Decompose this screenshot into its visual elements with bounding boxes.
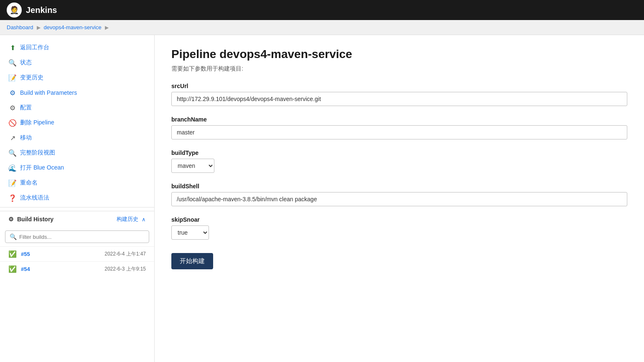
main-layout: ⬆ 返回工作台 🔍 状态 📝 变更历史 ⚙ Build with Paramet… (0, 35, 644, 362)
sidebar-label-rename: 重命名 (20, 179, 38, 187)
sidebar-label-delete-pipeline: 删除 Pipeline (20, 119, 54, 127)
page-subtitle: 需要如下参数用于构建项目: (171, 65, 627, 73)
build-history-label-zh: 构建历史 (117, 215, 138, 223)
sidebar-item-full-stage-view[interactable]: 🔍 完整阶段视图 (0, 145, 154, 160)
breadcrumb-sep-1: ▶ (37, 25, 41, 30)
sidebar-label-pipeline-syntax: 流水线语法 (20, 194, 49, 202)
main-content: Pipeline devops4-maven-service 需要如下参数用于构… (155, 35, 644, 362)
select-buildType[interactable]: maven gradle npm (171, 159, 214, 173)
build-history-left: ⚙ Build History (8, 216, 53, 223)
sidebar-label-configure: 配置 (20, 104, 32, 111)
breadcrumb-dashboard[interactable]: Dashboard (7, 24, 33, 30)
collapse-icon: ∧ (142, 216, 146, 223)
build-link-54[interactable]: #54 (21, 266, 30, 272)
build-history-label: Build History (17, 216, 53, 223)
jenkins-logo[interactable]: 🤵 Jenkins (7, 3, 57, 18)
sidebar-label-blue-ocean: 打开 Blue Ocean (20, 164, 64, 172)
sidebar-item-rename[interactable]: 📝 重命名 (0, 175, 154, 190)
search-icon-filter: 🔍 (10, 233, 17, 240)
build-item-54[interactable]: ✅ #54 2022-6-3 上午9:15 (0, 261, 154, 276)
form-group-branchName: branchName (171, 116, 627, 139)
label-branchName: branchName (171, 116, 627, 123)
input-branchName[interactable] (171, 125, 627, 139)
build-status-icon-54: ✅ (8, 265, 17, 273)
breadcrumb-sep-2: ▶ (105, 25, 109, 30)
sidebar-item-back-workspace[interactable]: ⬆ 返回工作台 (0, 40, 154, 55)
sidebar-item-configure[interactable]: ⚙ 配置 (0, 100, 154, 115)
sidebar-divider (0, 207, 154, 208)
filter-builds-input[interactable] (19, 234, 145, 240)
changes-icon: 📝 (8, 73, 17, 82)
form-group-buildType: buildType maven gradle npm (171, 149, 627, 173)
sidebar-item-blue-ocean[interactable]: 🌊 打开 Blue Ocean (0, 160, 154, 175)
sidebar-item-pipeline-syntax[interactable]: ❓ 流水线语法 (0, 190, 154, 205)
submit-button[interactable]: 开始构建 (171, 253, 213, 269)
build-history-icon: ⚙ (8, 216, 14, 223)
input-buildShell[interactable] (171, 192, 627, 206)
sidebar-label-build-with-params: Build with Parameters (20, 89, 77, 96)
build-history-right: 构建历史 ∧ (117, 215, 146, 223)
sidebar-label-move: 移动 (20, 134, 32, 142)
build-date-54: 2022-6-3 上午9:15 (104, 266, 146, 273)
build-params-icon: ⚙ (8, 89, 17, 97)
sidebar-label-changes: 变更历史 (20, 74, 43, 81)
form-group-srcUrl: srcUrl (171, 83, 627, 106)
blue-ocean-icon: 🌊 (8, 164, 17, 172)
breadcrumb: Dashboard ▶ devops4-maven-service ▶ (0, 20, 644, 35)
search-icon-status: 🔍 (8, 58, 17, 67)
label-buildType: buildType (171, 149, 627, 156)
delete-icon: 🚫 (8, 119, 17, 127)
sidebar-item-build-with-params[interactable]: ⚙ Build with Parameters (0, 85, 154, 100)
move-icon: ↗ (8, 134, 17, 142)
build-history-header[interactable]: ⚙ Build History 构建历史 ∧ (0, 211, 154, 227)
select-skipSnoar[interactable]: true false (171, 225, 209, 240)
jenkins-icon: 🤵 (7, 3, 22, 18)
help-icon: ❓ (8, 194, 17, 202)
submit-label: 开始构建 (180, 257, 205, 264)
input-srcUrl[interactable] (171, 92, 627, 106)
configure-icon: ⚙ (8, 104, 17, 112)
label-srcUrl: srcUrl (171, 83, 627, 89)
build-item-55[interactable]: ✅ #55 2022-6-4 上午1:47 (0, 246, 154, 261)
filter-builds-container: 🔍 (5, 230, 149, 243)
build-link-55[interactable]: #55 (21, 251, 30, 257)
sidebar: ⬆ 返回工作台 🔍 状态 📝 变更历史 ⚙ Build with Paramet… (0, 35, 155, 362)
sidebar-item-delete-pipeline[interactable]: 🚫 删除 Pipeline (0, 115, 154, 130)
rename-icon: 📝 (8, 179, 17, 187)
app-title: Jenkins (26, 5, 57, 15)
sidebar-item-changes[interactable]: 📝 变更历史 (0, 70, 154, 85)
build-status-icon-55: ✅ (8, 250, 17, 258)
build-date-55: 2022-6-4 上午1:47 (104, 251, 146, 258)
page-title: Pipeline devops4-maven-service (171, 48, 627, 61)
arrow-up-icon: ⬆ (8, 43, 17, 52)
app-header: 🤵 Jenkins (0, 0, 644, 20)
sidebar-item-move[interactable]: ↗ 移动 (0, 130, 154, 145)
sidebar-item-status[interactable]: 🔍 状态 (0, 55, 154, 70)
build-form: srcUrl branchName buildType maven gradle… (171, 83, 627, 269)
form-group-buildShell: buildShell (171, 183, 627, 206)
sidebar-label-back-workspace: 返回工作台 (20, 44, 49, 51)
label-skipSnoar: skipSnoar (171, 216, 627, 223)
sidebar-label-full-stage-view: 完整阶段视图 (20, 149, 55, 157)
breadcrumb-pipeline[interactable]: devops4-maven-service (44, 24, 102, 30)
stage-view-icon: 🔍 (8, 149, 17, 157)
form-group-skipSnoar: skipSnoar true false (171, 216, 627, 240)
label-buildShell: buildShell (171, 183, 627, 190)
sidebar-label-status: 状态 (20, 59, 32, 66)
